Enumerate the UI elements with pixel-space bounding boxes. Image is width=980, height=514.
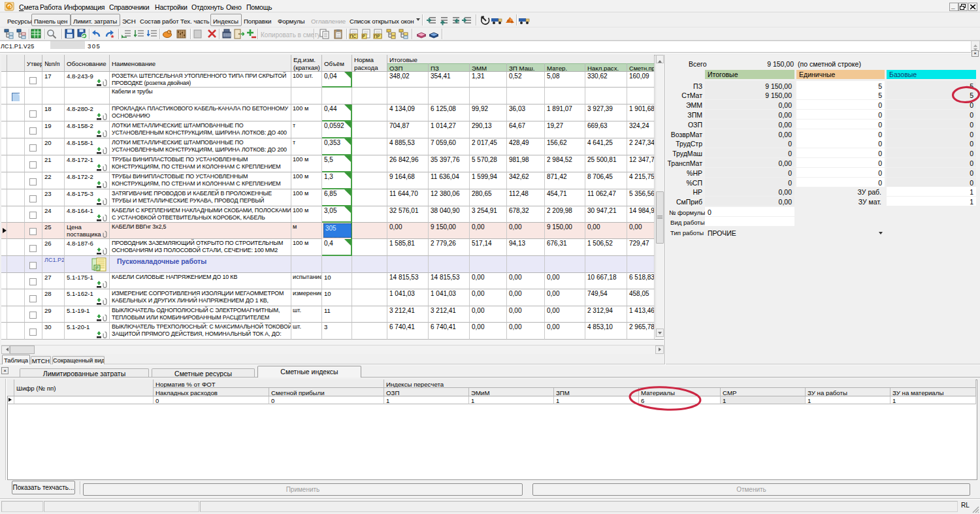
svg-text:ПР: ПР bbox=[374, 34, 380, 39]
svg-text:Р: Р bbox=[95, 266, 99, 270]
svg-text:Р: Р bbox=[363, 34, 365, 39]
svg-text:ПС: ПС bbox=[350, 34, 357, 39]
